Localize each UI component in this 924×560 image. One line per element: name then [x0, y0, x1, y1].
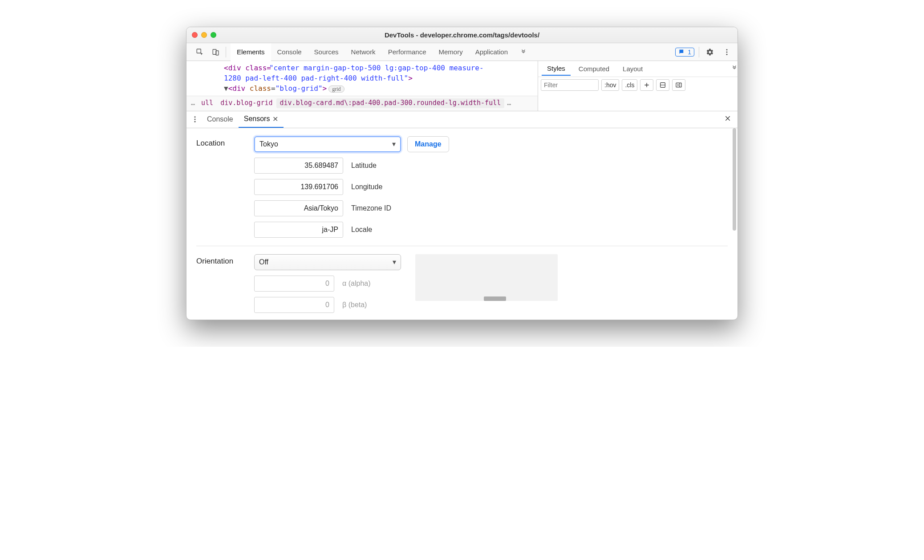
drawer-tab-sensors[interactable]: Sensors ✕ — [239, 111, 284, 128]
location-select-value: Tokyo — [259, 140, 278, 148]
scrollbar[interactable] — [733, 128, 736, 231]
tab-network[interactable]: Network — [345, 43, 382, 61]
latitude-input[interactable]: 35.689487 — [254, 158, 343, 174]
tab-elements[interactable]: Elements — [231, 43, 271, 61]
sensors-panel: Location Tokyo ▾ Manage 35.689487 Latitu… — [186, 128, 738, 320]
svg-rect-3 — [681, 51, 683, 51]
orientation-select[interactable]: Off ▾ — [254, 254, 401, 270]
tabs-overflow-icon[interactable] — [514, 43, 533, 61]
tab-sources[interactable]: Sources — [308, 43, 345, 61]
computed-styles-icon[interactable] — [656, 79, 669, 91]
svg-rect-4 — [681, 52, 682, 52]
issues-count-pill[interactable]: 1 — [675, 48, 694, 57]
svg-point-7 — [726, 53, 728, 55]
drawer-more-icon[interactable] — [188, 115, 202, 123]
breadcrumb-item-selected[interactable]: div.blog-card.md\:pad-400.pad-300.rounde… — [276, 98, 505, 108]
dom-tag: <div — [228, 84, 250, 93]
new-style-rule-icon[interactable] — [640, 79, 653, 91]
orientation-section: Orientation Off ▾ 0 α (alpha) 0 — [196, 254, 728, 313]
tab-console[interactable]: Console — [271, 43, 308, 61]
beta-label: β (beta) — [342, 301, 367, 309]
styles-tab-styles[interactable]: Styles — [542, 62, 571, 76]
timezone-label: Timezone ID — [351, 204, 391, 212]
orientation-preview[interactable] — [415, 254, 558, 301]
orientation-select-value: Off — [259, 258, 268, 266]
longitude-input[interactable]: 139.691706 — [254, 179, 343, 195]
tab-performance[interactable]: Performance — [382, 43, 433, 61]
tab-application[interactable]: Application — [469, 43, 514, 61]
hov-toggle[interactable]: :hov — [601, 79, 619, 91]
locale-label: Locale — [351, 226, 372, 234]
disclosure-triangle-icon[interactable]: ▼ — [224, 84, 228, 93]
latitude-label: Latitude — [351, 162, 377, 170]
devtools-window: DevTools - developer.chrome.com/tags/dev… — [186, 27, 738, 320]
inspect-element-icon[interactable] — [194, 46, 206, 58]
svg-point-5 — [726, 49, 728, 50]
dom-tag: <div class= — [224, 64, 271, 72]
breadcrumb-item[interactable]: div.blog-grid — [217, 98, 276, 108]
dom-attr-value: "blog-grid" — [276, 84, 323, 93]
main-tabstrip: Elements Console Sources Network Perform… — [186, 43, 738, 61]
svg-rect-9 — [676, 83, 681, 87]
dom-attr-name: class — [250, 84, 271, 93]
device-toolbar-icon[interactable] — [210, 46, 222, 58]
timezone-input[interactable]: Asia/Tokyo — [254, 200, 343, 216]
grid-badge[interactable]: grid — [328, 85, 344, 93]
location-label: Location — [196, 136, 254, 148]
dom-tag: > — [408, 74, 413, 82]
tab-memory[interactable]: Memory — [433, 43, 469, 61]
styles-tabs-overflow-icon[interactable] — [731, 65, 738, 73]
alpha-input[interactable]: 0 — [254, 276, 334, 292]
beta-input[interactable]: 0 — [254, 297, 334, 313]
breadcrumb-item[interactable]: ull — [198, 98, 217, 108]
styles-pane: Styles Computed Layout :hov .cls — [538, 61, 738, 111]
orientation-model — [484, 296, 506, 301]
elements-breadcrumb: … ull div.blog-grid div.blog-card.md\:pa… — [186, 96, 538, 111]
alpha-label: α (alpha) — [342, 280, 371, 288]
drawer-close-icon[interactable] — [718, 115, 738, 124]
elements-styles-split: <div class="center margin-gap-top-500 lg… — [186, 61, 738, 111]
location-section: Location Tokyo ▾ Manage 35.689487 Latitu… — [196, 136, 728, 238]
divider — [226, 47, 226, 57]
dom-tag: > — [323, 84, 327, 93]
more-options-icon[interactable] — [721, 46, 733, 58]
cls-toggle[interactable]: .cls — [622, 79, 637, 91]
settings-icon[interactable] — [704, 46, 716, 58]
issues-count: 1 — [688, 49, 691, 56]
drawer-tabstrip: Console Sensors ✕ — [186, 111, 738, 128]
svg-point-10 — [195, 116, 196, 118]
divider — [196, 246, 728, 246]
styles-tab-layout[interactable]: Layout — [617, 62, 648, 75]
chevron-down-icon: ▾ — [392, 140, 396, 148]
svg-point-11 — [195, 119, 196, 120]
drawer-tab-console[interactable]: Console — [202, 111, 239, 128]
toggle-sidebar-icon[interactable] — [672, 79, 685, 91]
location-select[interactable]: Tokyo ▾ — [254, 136, 401, 152]
dom-tree[interactable]: <div class="center margin-gap-top-500 lg… — [186, 61, 538, 111]
longitude-label: Longitude — [351, 183, 382, 191]
titlebar: DevTools - developer.chrome.com/tags/dev… — [186, 27, 738, 43]
drawer-tab-label: Sensors — [244, 115, 270, 123]
dom-attr-value: "center margin-gap-top-500 lg:gap-top-40… — [269, 64, 484, 72]
styles-filter-input[interactable] — [541, 79, 599, 91]
orientation-label: Orientation — [196, 254, 254, 266]
chevron-down-icon: ▾ — [393, 258, 396, 266]
svg-point-12 — [195, 121, 196, 122]
breadcrumb-overflow-right[interactable]: … — [504, 98, 514, 108]
breadcrumb-overflow-left[interactable]: … — [188, 98, 198, 108]
styles-tab-computed[interactable]: Computed — [573, 62, 615, 75]
manage-locations-button[interactable]: Manage — [407, 136, 449, 152]
locale-input[interactable]: ja-JP — [254, 222, 343, 238]
svg-point-6 — [726, 51, 728, 53]
window-title: DevTools - developer.chrome.com/tags/dev… — [186, 31, 738, 39]
close-tab-icon[interactable]: ✕ — [272, 115, 278, 123]
divider — [699, 47, 699, 57]
dom-attr-value: 1280 pad-left-400 pad-right-400 width-fu… — [224, 74, 408, 82]
